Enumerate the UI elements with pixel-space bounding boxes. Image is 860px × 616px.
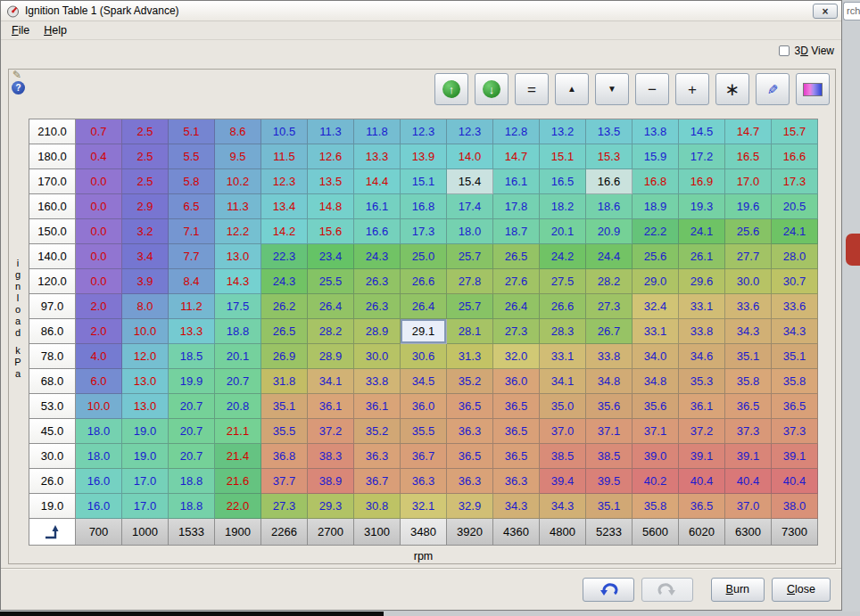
table-cell[interactable]: 24.1 <box>679 219 725 244</box>
table-cell[interactable]: 10.0 <box>76 394 122 419</box>
table-cell[interactable]: 40.4 <box>772 469 818 494</box>
table-cell[interactable]: 14.8 <box>308 194 354 219</box>
table-cell[interactable]: 18.8 <box>169 469 215 494</box>
edit-pencil-button[interactable]: ✎ <box>756 73 790 105</box>
table-cell[interactable]: 35.1 <box>261 394 308 419</box>
table-cell[interactable]: 17.5 <box>215 294 261 319</box>
table-cell[interactable]: 37.7 <box>261 469 308 494</box>
table-cell[interactable]: 5.1 <box>169 119 215 144</box>
table-cell[interactable]: 36.7 <box>354 469 401 494</box>
table-cell[interactable]: 34.6 <box>679 344 725 369</box>
x-axis-cell[interactable]: 5233 <box>586 519 633 546</box>
table-cell[interactable]: 15.1 <box>401 169 447 194</box>
table-cell[interactable]: 35.0 <box>540 394 586 419</box>
table-cell[interactable]: 28.2 <box>586 269 633 294</box>
table-cell[interactable]: 11.5 <box>261 144 308 169</box>
table-cell[interactable]: 28.1 <box>447 319 493 344</box>
table-cell[interactable]: 31.8 <box>261 369 308 394</box>
table-cell[interactable]: 30.0 <box>725 269 772 294</box>
table-cell[interactable]: 29.0 <box>633 269 679 294</box>
table-cell[interactable]: 19.9 <box>169 369 215 394</box>
table-cell[interactable]: 29.3 <box>308 494 354 519</box>
table-cell[interactable]: 36.0 <box>401 394 447 419</box>
y-axis-cell[interactable]: 45.0 <box>29 419 76 444</box>
menu-file[interactable]: File <box>4 22 37 38</box>
table-cell[interactable]: 13.3 <box>354 144 401 169</box>
table-cell[interactable]: 25.6 <box>633 244 679 269</box>
table-cell[interactable]: 37.3 <box>772 419 818 444</box>
table-cell[interactable]: 11.3 <box>308 119 354 144</box>
y-axis-cell[interactable]: 78.0 <box>29 344 76 369</box>
table-cell[interactable]: 28.0 <box>772 244 818 269</box>
table-cell[interactable]: 16.1 <box>354 194 401 219</box>
x-axis-cell[interactable]: 4800 <box>540 519 586 546</box>
table-cell[interactable]: 20.1 <box>540 219 586 244</box>
table-cell[interactable]: 39.1 <box>679 444 725 469</box>
table-cell[interactable]: 26.6 <box>540 294 586 319</box>
table-cell[interactable]: 40.2 <box>633 469 679 494</box>
table-cell[interactable]: 12.8 <box>493 119 540 144</box>
table-cell[interactable]: 6.5 <box>169 194 215 219</box>
table-cell[interactable]: 26.9 <box>261 344 308 369</box>
table-cell[interactable]: 17.0 <box>122 469 169 494</box>
table-cell[interactable]: 22.3 <box>261 244 308 269</box>
table-cell[interactable]: 12.2 <box>215 219 261 244</box>
table-cell[interactable]: 40.4 <box>725 469 772 494</box>
y-axis-cell[interactable]: 97.0 <box>29 294 76 319</box>
table-cell[interactable]: 36.5 <box>493 444 540 469</box>
table-cell[interactable]: 17.0 <box>122 494 169 519</box>
table-cell[interactable]: 32.4 <box>633 294 679 319</box>
table-cell[interactable]: 14.4 <box>354 169 401 194</box>
menu-help[interactable]: Help <box>37 22 74 38</box>
table-cell[interactable]: 18.0 <box>447 219 493 244</box>
x-axis-cell[interactable]: 2700 <box>308 519 354 546</box>
table-cell[interactable]: 36.0 <box>493 369 540 394</box>
axis-swap-button[interactable] <box>29 519 76 546</box>
table-cell[interactable]: 25.6 <box>725 219 772 244</box>
table-cell[interactable]: 36.5 <box>679 494 725 519</box>
table-cell[interactable]: 7.7 <box>169 244 215 269</box>
table-cell[interactable]: 20.5 <box>772 194 818 219</box>
multiply-button[interactable]: ∗ <box>715 73 749 105</box>
shift-down-button[interactable]: ↓ <box>475 73 509 105</box>
table-cell[interactable]: 28.3 <box>540 319 586 344</box>
table-cell[interactable]: 0.4 <box>76 144 122 169</box>
table-cell[interactable]: 36.1 <box>308 394 354 419</box>
table-cell[interactable]: 18.0 <box>76 444 122 469</box>
table-cell[interactable]: 0.0 <box>76 269 122 294</box>
table-cell[interactable]: 15.6 <box>308 219 354 244</box>
table-cell[interactable]: 10.2 <box>215 169 261 194</box>
table-cell[interactable]: 12.3 <box>401 119 447 144</box>
table-cell[interactable]: 16.8 <box>401 194 447 219</box>
table-cell[interactable]: 20.7 <box>169 444 215 469</box>
table-cell[interactable]: 33.6 <box>725 294 772 319</box>
table-cell[interactable]: 28.9 <box>308 344 354 369</box>
table-cell[interactable]: 26.3 <box>354 269 401 294</box>
table-cell[interactable]: 37.3 <box>725 419 772 444</box>
table-cell[interactable]: 0.7 <box>76 119 122 144</box>
table-cell[interactable]: 32.0 <box>493 344 540 369</box>
add-button[interactable]: + <box>675 73 709 105</box>
y-axis-cell[interactable]: 86.0 <box>29 319 76 344</box>
y-axis-cell[interactable]: 170.0 <box>29 169 76 194</box>
burn-button[interactable]: Burn <box>711 578 765 602</box>
table-cell[interactable]: 30.8 <box>354 494 401 519</box>
y-axis-cell[interactable]: 53.0 <box>29 394 76 419</box>
table-cell[interactable]: 18.0 <box>76 419 122 444</box>
table-cell[interactable]: 26.5 <box>261 319 308 344</box>
y-axis-cell[interactable]: 160.0 <box>29 194 76 219</box>
y-axis-cell[interactable]: 140.0 <box>29 244 76 269</box>
table-cell[interactable]: 14.2 <box>261 219 308 244</box>
table-cell[interactable]: 12.0 <box>122 344 169 369</box>
table-cell[interactable]: 2.5 <box>122 144 169 169</box>
table-cell[interactable]: 36.3 <box>401 469 447 494</box>
table-cell[interactable]: 30.7 <box>772 269 818 294</box>
table-cell[interactable]: 25.7 <box>447 294 493 319</box>
table-cell[interactable]: 36.1 <box>354 394 401 419</box>
table-cell[interactable]: 13.3 <box>169 319 215 344</box>
y-axis-cell[interactable]: 68.0 <box>29 369 76 394</box>
table-cell[interactable]: 0.0 <box>76 219 122 244</box>
x-axis-cell[interactable]: 3100 <box>354 519 401 546</box>
table-cell[interactable]: 35.8 <box>725 369 772 394</box>
table-cell[interactable]: 25.0 <box>401 244 447 269</box>
